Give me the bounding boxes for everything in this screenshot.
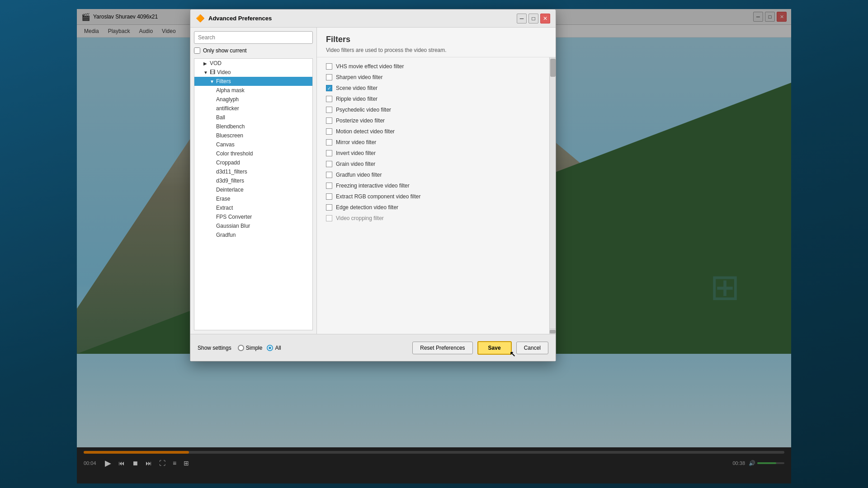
radio-all[interactable]: All (267, 345, 281, 351)
dialog-body: Only show current ▶ VOD ▼ 🎞 Video (190, 28, 556, 334)
tree-item-gaussian[interactable]: Gaussian Blur (194, 221, 312, 230)
dialog-titlebar: 🔶 Advanced Preferences ─ □ ✕ (190, 9, 556, 28)
dialog-minimize-btn[interactable]: ─ (517, 14, 527, 23)
tree-item-croppadd[interactable]: Croppadd (194, 158, 312, 167)
filter-item-vhs[interactable]: VHS movie effect video filter (324, 61, 542, 72)
filter-checkbox-mirror[interactable] (326, 139, 332, 145)
filter-checkbox-grain[interactable] (326, 161, 332, 167)
only-show-current-row: Only show current (194, 47, 313, 55)
tree-item-d3d11[interactable]: d3d11_filters (194, 167, 312, 176)
filter-checkbox-video-cropping[interactable] (326, 215, 332, 221)
filter-label-posterize: Posterize video filter (336, 117, 385, 124)
radio-simple-btn[interactable] (238, 345, 244, 351)
only-show-current-label: Only show current (203, 47, 247, 54)
filter-item-motion-detect[interactable]: Motion detect video filter (324, 126, 542, 137)
tree-item-anaglyph[interactable]: Anaglyph (194, 95, 312, 104)
filter-item-scene[interactable]: ✓ Scene video filter (324, 83, 542, 94)
tree-item-video[interactable]: ▼ 🎞 Video (194, 68, 312, 77)
tree-item-ball[interactable]: Ball (194, 113, 312, 122)
filter-checkbox-invert[interactable] (326, 150, 332, 156)
tree-label-croppadd: Croppadd (216, 160, 240, 166)
filter-item-invert[interactable]: Invert video filter (324, 148, 542, 159)
filter-item-posterize[interactable]: Posterize video filter (324, 115, 542, 126)
right-panel: Filters Video filters are used to proces… (317, 28, 556, 334)
filters-description: Video filters are used to process the vi… (326, 47, 547, 53)
filter-label-edge-detection: Edge detection video filter (336, 204, 398, 211)
filter-item-freezing[interactable]: Freezing interactive video filter (324, 180, 542, 191)
save-label: Save (488, 345, 501, 351)
filter-checkbox-motion-detect[interactable] (326, 128, 332, 135)
dialog-window-controls: ─ □ ✕ (517, 14, 550, 23)
reset-preferences-button[interactable]: Reset Preferences (412, 342, 472, 354)
tree-item-color-threshold[interactable]: Color threshold (194, 149, 312, 158)
filter-label-psychedelic: Psychedelic video filter (336, 107, 391, 113)
tree-item-antiflicker[interactable]: antiflicker (194, 104, 312, 113)
tree-item-d3d9[interactable]: d3d9_filters (194, 176, 312, 185)
tree-item-blendbench[interactable]: Blendbench (194, 122, 312, 131)
filter-item-psychedelic[interactable]: Psychedelic video filter (324, 104, 542, 115)
filters-scrollbar[interactable] (549, 57, 556, 334)
tree-label-d3d9: d3d9_filters (216, 178, 244, 184)
left-panel: Only show current ▶ VOD ▼ 🎞 Video (190, 28, 317, 334)
dialog-title: Advanced Preferences (208, 15, 517, 22)
dialog-footer: Show settings Simple All Reset Preferenc… (190, 334, 556, 361)
filter-checkbox-sharpen[interactable] (326, 74, 332, 80)
dialog-close-btn[interactable]: ✕ (540, 14, 550, 23)
filter-item-extract-rgb[interactable]: Extract RGB component video filter (324, 191, 542, 202)
filter-checkbox-ripple[interactable] (326, 96, 332, 102)
filter-item-edge-detection[interactable]: Edge detection video filter (324, 202, 542, 213)
tree-label-blendbench: Blendbench (216, 123, 245, 130)
radio-all-label: All (275, 345, 281, 351)
filter-label-video-cropping: Video cropping filter (336, 215, 384, 221)
tree-arrow-vod: ▶ (203, 61, 210, 66)
tree-label-video: Video (217, 69, 231, 75)
filter-checkbox-gradfun[interactable] (326, 172, 332, 178)
tree-item-erase[interactable]: Erase (194, 194, 312, 203)
tree-item-bluescreen[interactable]: Bluescreen (194, 131, 312, 140)
tree-label-gradfun: Gradfun (216, 232, 236, 238)
tree-label-ball: Ball (216, 114, 225, 121)
filter-checkbox-edge-detection[interactable] (326, 204, 332, 211)
radio-all-btn[interactable] (267, 345, 273, 351)
filter-item-gradfun[interactable]: Gradfun video filter (324, 169, 542, 180)
filter-item-grain[interactable]: Grain video filter (324, 159, 542, 169)
save-button[interactable]: Save ↖ (477, 341, 512, 355)
dialog-maximize-btn[interactable]: □ (528, 14, 538, 23)
tree-label-fps: FPS Converter (216, 214, 252, 220)
filter-item-video-cropping[interactable]: Video cropping filter (324, 213, 542, 224)
radio-simple[interactable]: Simple (238, 345, 263, 351)
filter-label-vhs: VHS movie effect video filter (336, 63, 404, 70)
tree-item-alpha-mask[interactable]: Alpha mask (194, 86, 312, 95)
search-input[interactable] (194, 31, 313, 44)
cursor-indicator: ↖ (509, 350, 515, 358)
tree-label-extract: Extract (216, 205, 233, 211)
tree-item-fps[interactable]: FPS Converter (194, 212, 312, 221)
filter-checkbox-extract-rgb[interactable] (326, 193, 332, 200)
filter-label-sharpen: Sharpen video filter (336, 74, 382, 80)
tree-label-deinterlace: Deinterlace (216, 187, 244, 193)
radio-simple-label: Simple (246, 345, 263, 351)
filters-header: Filters Video filters are used to proces… (317, 28, 556, 57)
filter-item-mirror[interactable]: Mirror video filter (324, 137, 542, 148)
tree-item-canvas[interactable]: Canvas (194, 140, 312, 149)
filter-checkbox-vhs[interactable] (326, 63, 332, 70)
advanced-preferences-dialog: 🔶 Advanced Preferences ─ □ ✕ Only show c… (190, 9, 556, 361)
tree-item-deinterlace[interactable]: Deinterlace (194, 185, 312, 194)
filter-checkbox-psychedelic[interactable] (326, 107, 332, 113)
scrollbar-thumb[interactable] (550, 59, 556, 77)
tree-item-gradfun[interactable]: Gradfun (194, 230, 312, 239)
filter-checkbox-scene[interactable]: ✓ (326, 85, 332, 91)
filter-item-ripple[interactable]: Ripple video filter (324, 94, 542, 104)
tree-item-filters[interactable]: ▼ Filters (194, 77, 312, 86)
filter-label-scene: Scene video filter (336, 85, 377, 91)
filter-checkbox-freezing[interactable] (326, 183, 332, 189)
only-show-current-checkbox[interactable] (194, 47, 200, 54)
cancel-button[interactable]: Cancel (516, 342, 548, 354)
filter-checkbox-posterize[interactable] (326, 117, 332, 124)
tree-label-alpha-mask: Alpha mask (216, 87, 245, 94)
filter-item-sharpen[interactable]: Sharpen video filter (324, 72, 542, 83)
filter-label-invert: Invert video filter (336, 150, 376, 156)
tree-item-vod[interactable]: ▶ VOD (194, 59, 312, 68)
tree-item-extract[interactable]: Extract (194, 203, 312, 212)
tree-label-filters: Filters (216, 78, 231, 84)
